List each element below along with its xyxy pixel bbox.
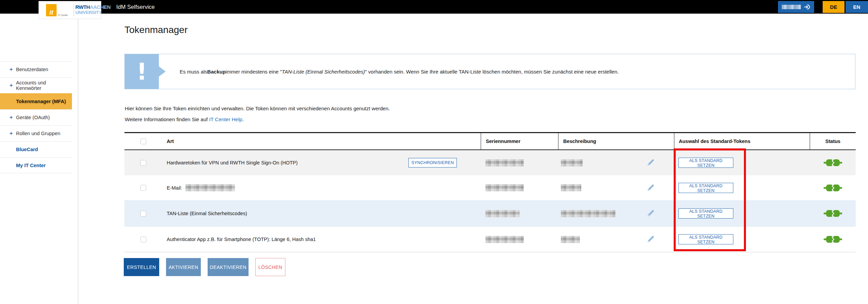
edit-pencil-icon[interactable] [646,235,655,244]
edit-pencil-icon[interactable] [646,209,655,218]
brand-university: UNIVERSITY [75,10,99,15]
it-center-help-link[interactable]: IT Center Help [209,116,242,122]
plus-icon: + [10,82,13,89]
redacted-description [561,159,583,166]
sidebar-item-label: Geräte (OAuth) [16,115,50,120]
plus-icon: + [10,66,13,73]
note-bold: Backup [207,69,226,75]
intro-text: Hier können Sie Ihre Token einrichten un… [125,106,390,111]
it-center-rwth-logo[interactable]: it IT Center RWTHAACHEN UNIVERSITY [39,1,101,19]
sidebar-item-label: Rollen und Gruppen [16,131,60,136]
info-pointer-arrow-icon [159,66,166,77]
brand-rwth: RWTH [75,4,90,10]
redacted-serial [485,159,524,166]
loeschen-button[interactable]: LÖSCHEN [255,258,285,276]
action-button-bar: ERSTELLEN AKTIVIEREN DEAKTIVIEREN LÖSCHE… [124,258,285,276]
rwth-wordmark: RWTHAACHEN UNIVERSITY [75,4,99,15]
redacted-description [561,184,581,191]
sidebar-item-label: BlueCard [16,147,38,152]
token-art-label: E-Mail: [167,185,182,191]
it-logo-text: it [49,9,54,16]
sidebar-item-my-it-center[interactable]: My IT Center [0,157,72,173]
sidebar-item-label: Benutzerdaten [16,67,48,72]
sidebar-item-accounts-und-kennwoerter[interactable]: + Accounts und Kennwörter [0,77,72,93]
note-italic: TAN-Liste (Einmal Sicherheitscodes) [282,69,365,75]
plus-icon: + [10,130,13,137]
row-checkbox[interactable] [140,160,146,166]
token-art-label: Hardwaretoken für VPN und RWTH Single Si… [167,160,298,165]
user-account-button[interactable] [778,1,814,13]
language-en-button[interactable]: EN [845,1,868,13]
sidebar-item-label: Tokenmanager (MFA) [16,99,66,104]
redacted-serial [485,236,524,243]
select-all-checkbox[interactable] [140,139,146,144]
edit-pencil-icon[interactable] [646,158,655,167]
intro-link-suffix: . [242,116,244,122]
table-row-tan-liste: TAN-Liste (Einmal Sicherheitscodes) ALS … [124,200,856,227]
language-de-button[interactable]: DE [823,1,844,13]
header-art: Art [162,133,481,149]
table-header-row: Art Seriennummer Beschreibung Auswahl de… [124,132,856,150]
aktivieren-button[interactable]: AKTIVIEREN [166,258,201,276]
note-prefix: Es muss als [180,69,207,75]
redacted-description [561,236,580,243]
row-checkbox[interactable] [140,211,146,217]
table-row-email: E-Mail: ALS STANDARD SETZEN [124,175,856,200]
deaktivieren-button[interactable]: DEAKTIVIEREN [208,258,249,276]
erstellen-button[interactable]: ERSTELLEN [124,258,159,276]
login-arrow-icon [804,3,811,11]
redacted-username [782,5,801,9]
redacted-email-address [185,184,235,191]
plug-connected-icon [824,183,842,192]
redacted-serial [485,184,524,191]
header-beschreibung: Beschreibung [558,133,674,149]
exclamation-icon: ! [125,54,159,89]
sidebar-item-rollen-und-gruppen[interactable]: + Rollen und Gruppen [0,125,72,141]
plug-connected-icon [824,235,842,244]
it-center-caption: IT Center [58,14,68,16]
intro-link-prefix: Weitere Informationen finden Sie auf [125,116,209,122]
sidebar-item-benutzerdaten[interactable]: + Benutzerdaten [0,61,72,77]
redacted-description [561,210,615,217]
note-middle: immer mindestens eine " [226,69,282,75]
plus-icon: + [10,114,13,121]
note-suffix: " vorhanden sein. Wenn Sie Ihre aktuelle… [365,69,619,75]
header-status: Status [810,133,856,149]
edit-pencil-icon[interactable] [646,183,655,192]
sidebar-item-bluecard[interactable]: BlueCard [0,141,72,157]
idm-selfservice-page: IdM Selfservice DE EN it IT Center RWTHA… [0,0,868,304]
table-row-hardwaretoken: Hardwaretoken für VPN und RWTH Single Si… [124,150,856,175]
als-standard-setzen-button[interactable]: ALS STANDARD SETZEN [678,234,733,244]
it-center-logo-icon: it [46,4,57,16]
sidebar-content-divider [78,14,78,304]
info-note-box: ! Es muss als Backup immer mindestens ei… [124,54,855,89]
table-row-authenticator-app: Authenticator App z.B. für Smartphone (T… [124,227,856,252]
brand-aachen: AACHEN [90,4,110,10]
plug-connected-icon [824,158,842,167]
sidebar-nav: + Benutzerdaten + Accounts und Kennwörte… [0,61,72,173]
row-checkbox[interactable] [140,237,146,242]
sidebar-item-geraete-oauth[interactable]: + Geräte (OAuth) [0,109,72,125]
row-checkbox[interactable] [140,185,146,191]
sidebar-item-label: My IT Center [16,163,46,168]
als-standard-setzen-button[interactable]: ALS STANDARD SETZEN [678,158,733,168]
sidebar-item-tokenmanager-mfa[interactable]: Tokenmanager (MFA) [0,93,72,109]
logo-divider [74,4,74,16]
header-seriennummer: Seriennummer [481,133,558,149]
header-checkbox-cell [124,133,162,149]
token-table: Art Seriennummer Beschreibung Auswahl de… [124,132,856,252]
topbar: IdM Selfservice DE EN [0,0,868,14]
app-title: IdM Selfservice [116,0,155,14]
token-art-label: TAN-Liste (Einmal Sicherheitscodes) [167,211,247,216]
als-standard-setzen-button[interactable]: ALS STANDARD SETZEN [678,183,733,193]
synchronisieren-button[interactable]: SYNCHRONISIEREN [408,158,457,167]
info-note-text: Es muss als Backup immer mindestens eine… [180,54,619,89]
token-art-label: Authenticator App z.B. für Smartphone (T… [167,237,316,242]
sidebar-item-label: Accounts und Kennwörter [16,80,72,91]
intro-text-2: Weitere Informationen finden Sie auf IT … [125,116,244,122]
page-title: Tokenmanager [124,25,188,35]
als-standard-setzen-button[interactable]: ALS STANDARD SETZEN [678,208,733,219]
redacted-serial [485,210,520,217]
plug-connected-icon [824,209,842,218]
header-auswahl-standard-token: Auswahl des Standard-Tokens [674,133,810,149]
